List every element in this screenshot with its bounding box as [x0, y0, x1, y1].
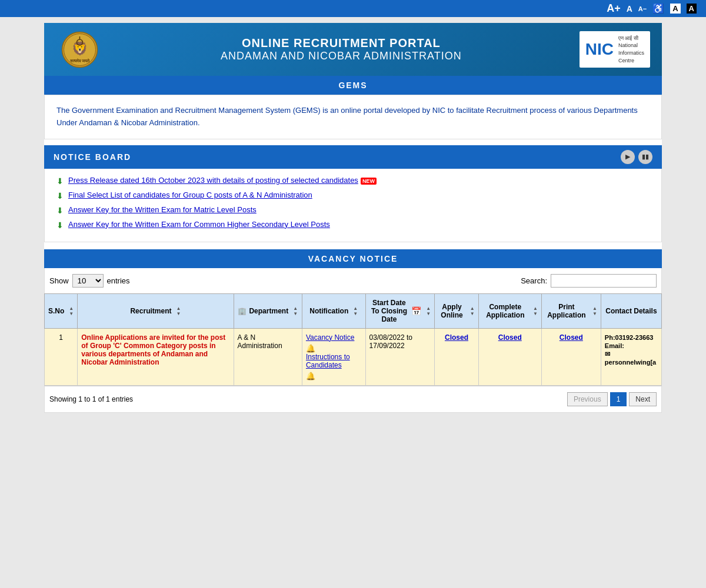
- search-box: Search:: [521, 274, 657, 288]
- list-item: ⬇ Final Select List of candidates for Gr…: [56, 191, 650, 201]
- bell-icon: 🔔: [306, 344, 315, 353]
- col-dates: Start Date To Closing Date 📅 ▲▼: [365, 293, 435, 328]
- col-complete-app: Complete Application ▲▼: [478, 293, 541, 328]
- cell-apply-online: Closed: [435, 328, 478, 385]
- col-print-app: Print Application ▲▼: [541, 293, 601, 328]
- print-app-closed-link[interactable]: Closed: [560, 333, 583, 342]
- show-entries: Show 10 25 50 100 entries: [49, 274, 130, 288]
- vacancy-notice-header: VACANCY NOTICE: [44, 249, 662, 268]
- download-icon: ⬇: [56, 191, 64, 201]
- search-label: Search:: [521, 276, 547, 285]
- header-title: ONLINE RECRUITMENT PORTAL ANDAMAN AND NI…: [103, 36, 580, 62]
- notice-link-4[interactable]: Answer Key for the Written Exam for Comm…: [68, 220, 330, 229]
- notice-link-3[interactable]: Answer Key for the Written Exam for Matr…: [68, 205, 257, 214]
- col-notification: Notification ▲▼: [302, 293, 365, 328]
- search-input[interactable]: [551, 274, 657, 288]
- portal-subtitle: ANDAMAN AND NICOBAR ADMINISTRATION: [103, 50, 580, 62]
- pagination-controls: Previous 1 Next: [567, 392, 657, 406]
- cell-notification: Vacancy Notice 🔔 Instructions to Candida…: [302, 328, 365, 385]
- notice-play-button[interactable]: ▶: [621, 150, 635, 164]
- col-contact: Contact Details: [601, 293, 661, 328]
- vacancy-controls: Show 10 25 50 100 entries Search:: [44, 268, 662, 293]
- vacancy-table: S.No ▲▼ Recruitment ▲▼ 🏢 Department ▲▼: [44, 293, 662, 386]
- notice-pause-button[interactable]: ▮▮: [638, 150, 652, 164]
- accessibility-bar: A+ A A− ♿ A A: [0, 0, 706, 17]
- svg-text:सत्यमेव जयते: सत्यमेव जयते: [69, 58, 90, 63]
- page-1-button[interactable]: 1: [610, 392, 627, 406]
- list-item: ⬇ Answer Key for the Written Exam for Co…: [56, 220, 650, 230]
- notice-link-1[interactable]: Press Release dated 16th October 2023 wi…: [68, 176, 358, 185]
- gems-bar: GEMS: [44, 76, 662, 95]
- header: 🦁 सत्यमेव जयते ONLINE RECRUITMENT PORTAL…: [44, 23, 662, 76]
- font-increase-button[interactable]: A+: [607, 2, 621, 15]
- bell-icon-2: 🔔: [306, 372, 315, 380]
- next-button[interactable]: Next: [629, 392, 657, 406]
- pagination-bar: Showing 1 to 1 of 1 entries Previous 1 N…: [44, 386, 662, 413]
- col-sno: S.No ▲▼: [45, 293, 78, 328]
- list-item: ⬇ Press Release dated 16th October 2023 …: [56, 176, 650, 186]
- cell-print-app: Closed: [541, 328, 601, 385]
- cell-dates: 03/08/2022 to 17/09/2022: [365, 328, 435, 385]
- font-decrease-button[interactable]: A−: [638, 5, 647, 12]
- main-container: 🦁 सत्यमेव जयते ONLINE RECRUITMENT PORTAL…: [44, 23, 662, 413]
- notice-board-header: NOTICE BOARD ▶ ▮▮: [44, 145, 662, 169]
- cell-department: A & N Administration: [234, 328, 302, 385]
- previous-button[interactable]: Previous: [567, 392, 608, 406]
- notice-link-2[interactable]: Final Select List of candidates for Grou…: [68, 191, 312, 199]
- nic-acronym: NIC: [585, 41, 614, 58]
- download-icon: ⬇: [56, 220, 64, 230]
- download-icon: ⬇: [56, 176, 64, 186]
- apply-online-closed-link[interactable]: Closed: [445, 333, 468, 342]
- complete-app-closed-link[interactable]: Closed: [498, 333, 522, 342]
- cell-contact: Ph:03192-23663Email:✉ personnelwing[a: [601, 328, 661, 385]
- list-item: ⬇ Answer Key for the Written Exam for Ma…: [56, 205, 650, 215]
- cell-sno: 1: [45, 328, 78, 385]
- notice-list: ⬇ Press Release dated 16th October 2023 …: [44, 169, 662, 242]
- col-department: 🏢 Department ▲▼: [234, 293, 302, 328]
- download-icon: ⬇: [56, 206, 64, 215]
- emblem-logo: 🦁 सत्यमेव जयते: [56, 29, 103, 70]
- col-apply-online: Apply Online ▲▼: [435, 293, 478, 328]
- pagination-info: Showing 1 to 1 of 1 entries: [49, 395, 133, 403]
- show-label: Show: [49, 276, 69, 285]
- notice-board-title: NOTICE BOARD: [54, 152, 131, 162]
- svg-text:🦁: 🦁: [72, 41, 88, 56]
- portal-title: ONLINE RECRUITMENT PORTAL: [103, 36, 580, 50]
- accessibility-icon: ♿: [652, 3, 664, 14]
- contrast-white-button[interactable]: A: [670, 4, 680, 14]
- contrast-black-button[interactable]: A: [687, 4, 697, 14]
- entries-select[interactable]: 10 25 50 100: [72, 274, 104, 288]
- col-recruitment: Recruitment ▲▼: [78, 293, 234, 328]
- instructions-link[interactable]: Instructions to Candidates: [306, 353, 362, 369]
- font-normal-button[interactable]: A: [627, 4, 632, 14]
- cell-recruitment: Online Applications are invited for the …: [78, 328, 234, 385]
- notice-controls[interactable]: ▶ ▮▮: [621, 150, 652, 164]
- entries-label: entries: [107, 276, 130, 285]
- cell-complete-app: Closed: [478, 328, 541, 385]
- vacancy-notice-link[interactable]: Vacancy Notice: [306, 333, 362, 342]
- table-row: 1 Online Applications are invited for th…: [45, 328, 662, 385]
- nic-info: एन आई सी National Informatics Centre: [618, 35, 644, 64]
- nic-logo: NIC एन आई सी National Informatics Centre: [580, 31, 650, 68]
- new-badge: NEW: [361, 178, 377, 185]
- gems-description: The Government Examination and Recruitme…: [44, 95, 662, 139]
